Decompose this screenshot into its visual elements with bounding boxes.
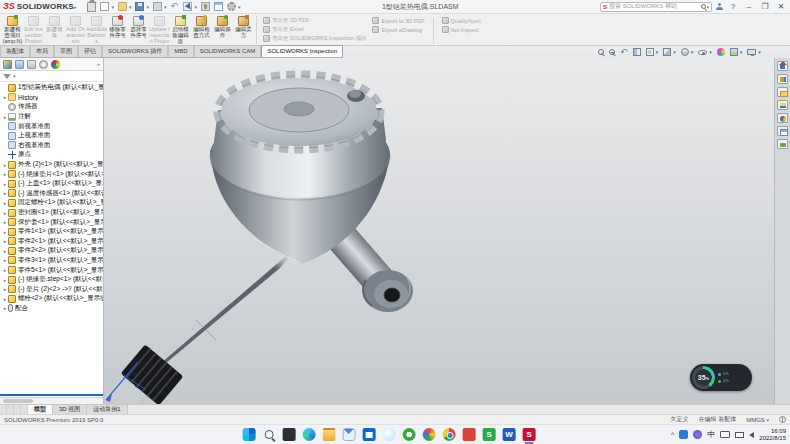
taskbar-search-icon[interactable] (263, 428, 276, 441)
tree-item[interactable]: ▸ (-) 垫片 (2)<2> ->? (默认<<默认 (0, 284, 103, 294)
tree-item[interactable]: ▸ 螺栓<2> (默认<<默认>_显示状态 (0, 294, 103, 304)
select-caret[interactable]: ▾ (194, 4, 197, 10)
edge-icon[interactable] (303, 428, 316, 441)
tree-item[interactable]: 前视基准面 (0, 121, 103, 131)
forum-icon[interactable] (777, 139, 788, 149)
orientation-caret[interactable]: ▾ (673, 49, 676, 55)
propertymanager-tab-icon[interactable] (15, 60, 24, 69)
tree-item[interactable]: ▸ 保护套<1> (默认<<默认>_显示状 (0, 217, 103, 227)
home-icon[interactable] (87, 3, 96, 12)
brand-flyout-arrow[interactable]: ▸ (74, 4, 77, 10)
ribbon-button[interactable]: Update Inspection Project (149, 15, 170, 45)
tree-item[interactable]: ▸ 零件2<1> (默认<<默认>_显示状 (0, 237, 103, 247)
tree-item[interactable]: 原点 (0, 150, 103, 160)
scrollbar-thumb[interactable] (3, 399, 33, 403)
ribbon-button[interactable]: 新建模板 (44, 15, 65, 45)
custom-properties-icon[interactable] (777, 126, 788, 136)
ribbon-button[interactable]: 移除零件序号 (107, 15, 128, 45)
units-selector[interactable]: MMGS ▾ (746, 417, 769, 423)
antivirus-icon[interactable] (403, 428, 416, 441)
ribbon-button[interactable]: 编辑卖方 (233, 15, 254, 45)
ribbon-button[interactable]: 选择零件序号 (128, 15, 149, 45)
export-button[interactable]: Export to 3D PDF (372, 17, 424, 24)
previous-view-icon[interactable]: ↶ (620, 48, 628, 57)
style-caret[interactable]: ▾ (691, 49, 694, 55)
annotation-caret[interactable]: ▾ (656, 49, 659, 55)
dynamic-annotation-icon[interactable]: A (646, 48, 654, 56)
commandmanager-tab[interactable]: SOLIDWORKS CAM (194, 45, 262, 57)
clock[interactable]: 16:09 2022/8/15 (759, 428, 786, 442)
options-gear-icon[interactable] (227, 2, 236, 11)
doc-tab[interactable]: 模型 (28, 405, 53, 414)
new-document-icon[interactable] (100, 2, 109, 11)
ribbon-button[interactable]: 新建检查项目(amp;N) (2, 15, 23, 45)
search-input[interactable]: S 搜索 SOLIDWORKS 帮助 ▾ (600, 2, 712, 12)
tree-item[interactable]: 传感器 (0, 102, 103, 112)
new-caret[interactable]: ▾ (111, 4, 114, 10)
commandmanager-tab[interactable]: SOLIDWORKS 插件 (102, 45, 168, 57)
doc-tab[interactable]: 运动算例1 (87, 405, 127, 414)
ribbon-button[interactable]: Edit Inspection Project (23, 15, 44, 45)
wps-icon[interactable]: S (483, 428, 496, 441)
tab-nav-arrow[interactable] (21, 405, 28, 414)
red-doc-app-icon[interactable] (463, 428, 476, 441)
displaymanager-tab-icon[interactable] (51, 60, 60, 69)
tree-item[interactable]: ▸ 零件5<1> (默认<<默认>_显示状 (0, 265, 103, 275)
commandmanager-tab[interactable]: 装配体 (0, 45, 30, 57)
minimize-button[interactable]: – (743, 1, 755, 13)
screen-recorder-overlay[interactable]: 35% 0% 0% (690, 364, 752, 391)
ribbon-button[interactable]: 启动模板编辑器 (170, 15, 191, 45)
export-button[interactable]: Export eDrawing (372, 26, 424, 33)
save-caret[interactable]: ▾ (146, 4, 149, 10)
tab-nav-arrow[interactable] (7, 405, 14, 414)
zoom-to-fit-icon[interactable] (598, 49, 604, 55)
tray-blue-icon[interactable] (679, 430, 688, 439)
solidworks-taskbar-icon[interactable]: S (523, 428, 536, 441)
export-button[interactable]: Net-Inspect (442, 26, 481, 33)
export-button[interactable]: 导出至 Excel (263, 26, 366, 33)
sheet-properties-icon[interactable] (214, 2, 223, 11)
tree-item[interactable]: ▸ (-) 绝缘垫.step<1> (默认<<默认 (0, 275, 103, 285)
zoom-to-area-icon[interactable] (609, 49, 615, 55)
file-explorer-icon[interactable] (777, 87, 788, 97)
print-icon[interactable] (153, 2, 162, 11)
tree-item[interactable]: ▸ 零件3<1> (默认<<默认>_显示状 (0, 256, 103, 266)
apply-scene-icon[interactable] (730, 48, 738, 56)
commandmanager-tab[interactable]: 评估 (78, 45, 102, 57)
graphics-viewport[interactable]: 35% 0% 0% (104, 58, 774, 404)
help-button[interactable]: ? (727, 1, 739, 13)
hide-show-caret[interactable]: ▾ (709, 49, 712, 55)
tree-item[interactable]: ▸ (-) 绝缘垫片<1> (默认<<默认>_显 (0, 169, 103, 179)
scene-caret[interactable]: ▾ (740, 49, 743, 55)
print-caret[interactable]: ▾ (164, 4, 167, 10)
commandmanager-tab[interactable]: SOLIDWORKS Inspection (261, 45, 343, 57)
keyboard-icon[interactable] (720, 431, 730, 438)
featuremanager-tab-icon[interactable] (3, 60, 12, 69)
panel-overflow-chevron[interactable]: » (97, 61, 100, 67)
close-button[interactable]: ✕ (775, 1, 787, 13)
view-settings-caret[interactable]: ▾ (758, 49, 761, 55)
panel-split-bar[interactable] (0, 394, 103, 396)
hidden-icons-chevron[interactable]: ^ (671, 431, 674, 438)
hide-show-items-icon[interactable] (698, 50, 707, 55)
options-caret[interactable]: ▾ (238, 4, 241, 10)
tree-item[interactable]: 上视基准面 (0, 131, 103, 141)
tree-item[interactable]: ▸ 密封圈<1> (默认<<默认>_显示状 (0, 208, 103, 218)
tree-item[interactable]: ▸ (-) 上盖<1> (默认<<默认>_显示状 (0, 179, 103, 189)
tree-item[interactable]: ▸ 零件2<2> (默认<<默认>_显示状 (0, 246, 103, 256)
task-view-icon[interactable] (283, 428, 296, 441)
open-caret[interactable]: ▾ (129, 4, 132, 10)
tree-item[interactable]: ▸ 注解 (0, 112, 103, 122)
tag-globe-icon[interactable] (779, 416, 786, 423)
tree-item[interactable]: ▸ History (0, 93, 103, 103)
store-icon[interactable] (363, 428, 376, 441)
resources-home-icon[interactable] (777, 61, 788, 71)
panel-horizontal-scrollbar[interactable] (0, 397, 103, 404)
view-orientation-icon[interactable] (663, 48, 671, 56)
section-view-icon[interactable] (633, 48, 641, 56)
commandmanager-tab[interactable]: 草图 (54, 45, 78, 57)
export-button[interactable]: QualityXpert (442, 17, 481, 24)
export-button[interactable]: 导出至 2D PDF (263, 17, 366, 24)
mail-icon[interactable] (343, 428, 356, 441)
export-button[interactable]: 导出至 SOLIDWORKS Inspection 项目 (263, 35, 366, 42)
